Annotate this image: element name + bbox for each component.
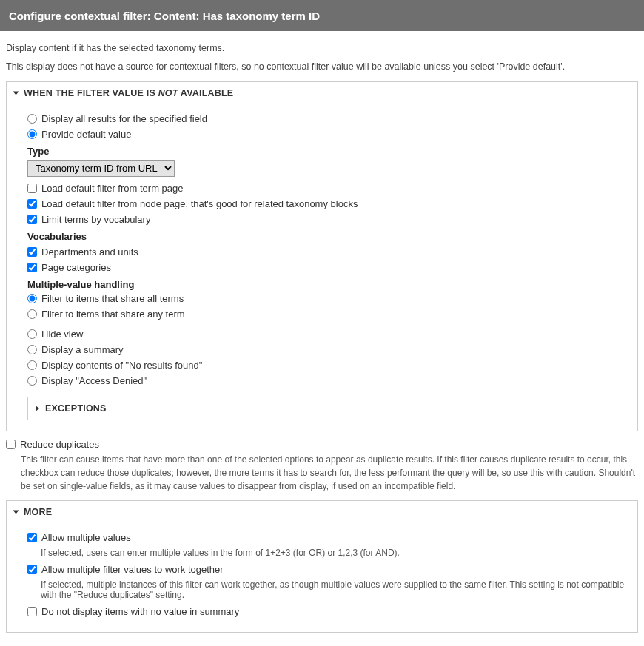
radio-display-access-denied-label[interactable]: Display "Access Denied"	[41, 375, 147, 386]
radio-display-access-denied[interactable]: Display "Access Denied"	[27, 375, 625, 386]
radio-display-summary-label[interactable]: Display a summary	[41, 344, 124, 355]
fieldset-more: More Allow multiple values If selected, …	[6, 500, 638, 633]
exceptions-legend-text: Exceptions	[45, 403, 107, 414]
checkbox-load-from-term-input[interactable]	[27, 184, 37, 193]
checkbox-allow-together[interactable]: Allow multiple filter values to work tog…	[27, 564, 625, 575]
checkbox-load-from-node-label[interactable]: Load default filter from node page, that…	[41, 198, 358, 209]
allow-multi-desc: If selected, users can enter multiple va…	[41, 548, 625, 558]
checkbox-load-from-term[interactable]: Load default filter from term page	[27, 183, 625, 194]
checkbox-vocab-pagecat[interactable]: Page categories	[27, 262, 625, 273]
type-label: Type	[27, 146, 625, 157]
radio-display-no-results-label[interactable]: Display contents of "No results found"	[41, 360, 202, 371]
fieldset-exceptions-legend[interactable]: Exceptions	[28, 397, 625, 420]
legend-prefix: When the filter value is	[24, 88, 158, 98]
checkbox-vocab-pagecat-input[interactable]	[27, 263, 37, 272]
fieldset-exceptions: Exceptions	[27, 397, 625, 420]
chevron-right-icon	[36, 406, 39, 411]
checkbox-vocab-dept-input[interactable]	[27, 247, 37, 257]
checkbox-vocab-pagecat-label[interactable]: Page categories	[41, 262, 111, 273]
checkbox-load-from-term-label[interactable]: Load default filter from term page	[41, 183, 184, 194]
fieldset-not-available: When the filter value is not available D…	[6, 81, 638, 431]
checkbox-allow-together-input[interactable]	[27, 565, 37, 574]
radio-all-terms[interactable]: Filter to items that share all terms	[27, 293, 625, 304]
fieldset-not-available-legend[interactable]: When the filter value is not available	[7, 82, 637, 104]
dialog-title: Configure contextual filter: Content: Ha…	[9, 10, 320, 22]
intro-text-2: This display does not have a source for …	[6, 60, 638, 74]
radio-hide-view-input[interactable]	[27, 329, 37, 339]
checkbox-no-value-input[interactable]	[27, 607, 37, 616]
radio-any-term[interactable]: Filter to items that share any term	[27, 309, 625, 320]
fieldset-not-available-body: Display all results for the specified fi…	[7, 104, 637, 431]
checkbox-allow-together-label[interactable]: Allow multiple filter values to work tog…	[41, 564, 224, 575]
checkbox-allow-multi[interactable]: Allow multiple values	[27, 532, 625, 543]
checkbox-load-from-node-input[interactable]	[27, 199, 37, 209]
intro-text-1: Display content if it has the selected t…	[6, 41, 638, 55]
radio-any-term-input[interactable]	[27, 309, 37, 319]
allow-together-desc: If selected, multiple instances of this …	[41, 579, 625, 600]
fieldset-more-legend[interactable]: More	[7, 501, 637, 523]
radio-all-terms-label[interactable]: Filter to items that share all terms	[41, 293, 184, 304]
vocab-label: Vocabularies	[27, 231, 625, 242]
dialog-header: Configure contextual filter: Content: Ha…	[0, 0, 644, 31]
radio-display-all[interactable]: Display all results for the specified fi…	[27, 113, 625, 124]
radio-display-summary-input[interactable]	[27, 345, 37, 354]
checkbox-allow-multi-input[interactable]	[27, 533, 37, 542]
radio-display-no-results-input[interactable]	[27, 360, 37, 370]
radio-display-access-denied-input[interactable]	[27, 376, 37, 386]
fieldset-more-body: Allow multiple values If selected, users…	[7, 523, 637, 632]
more-legend-text: More	[24, 507, 52, 517]
radio-any-term-label[interactable]: Filter to items that share any term	[41, 309, 185, 320]
radio-display-all-label[interactable]: Display all results for the specified fi…	[41, 113, 207, 124]
radio-display-all-input[interactable]	[27, 114, 37, 124]
checkbox-reduce-duplicates-input[interactable]	[6, 440, 16, 449]
legend-em: not	[158, 88, 178, 98]
checkbox-limit-vocab-input[interactable]	[27, 215, 37, 224]
radio-provide-default-input[interactable]	[27, 129, 37, 139]
dialog-content: Display content if it has the selected t…	[0, 31, 644, 639]
checkbox-allow-multi-label[interactable]: Allow multiple values	[41, 532, 131, 543]
checkbox-no-value[interactable]: Do not display items with no value in su…	[27, 606, 625, 617]
radio-display-no-results[interactable]: Display contents of "No results found"	[27, 360, 625, 371]
checkbox-limit-vocab[interactable]: Limit terms by vocabulary	[27, 214, 625, 225]
legend-suffix: available	[178, 88, 234, 98]
checkbox-reduce-duplicates[interactable]: Reduce duplicates	[6, 439, 638, 450]
checkbox-reduce-duplicates-label[interactable]: Reduce duplicates	[20, 439, 99, 450]
checkbox-vocab-dept[interactable]: Departments and units	[27, 246, 625, 258]
radio-provide-default-label[interactable]: Provide default value	[41, 129, 131, 140]
reduce-duplicates-desc: This filter can cause items that have mo…	[21, 453, 638, 493]
radio-all-terms-input[interactable]	[27, 294, 37, 303]
chevron-down-icon	[13, 91, 19, 95]
multi-label: Multiple-value handling	[27, 279, 625, 290]
radio-hide-view-label[interactable]: Hide view	[41, 329, 83, 340]
chevron-down-icon	[13, 510, 19, 514]
checkbox-load-from-node[interactable]: Load default filter from node page, that…	[27, 198, 625, 209]
radio-hide-view[interactable]: Hide view	[27, 329, 625, 340]
radio-display-summary[interactable]: Display a summary	[27, 344, 625, 355]
checkbox-limit-vocab-label[interactable]: Limit terms by vocabulary	[41, 214, 150, 225]
checkbox-no-value-label[interactable]: Do not display items with no value in su…	[41, 606, 239, 617]
checkbox-vocab-dept-label[interactable]: Departments and units	[41, 246, 138, 258]
radio-provide-default[interactable]: Provide default value	[27, 129, 625, 140]
type-select[interactable]: Taxonomy term ID from URL	[27, 160, 175, 177]
type-select-wrap: Taxonomy term ID from URL	[27, 160, 625, 177]
